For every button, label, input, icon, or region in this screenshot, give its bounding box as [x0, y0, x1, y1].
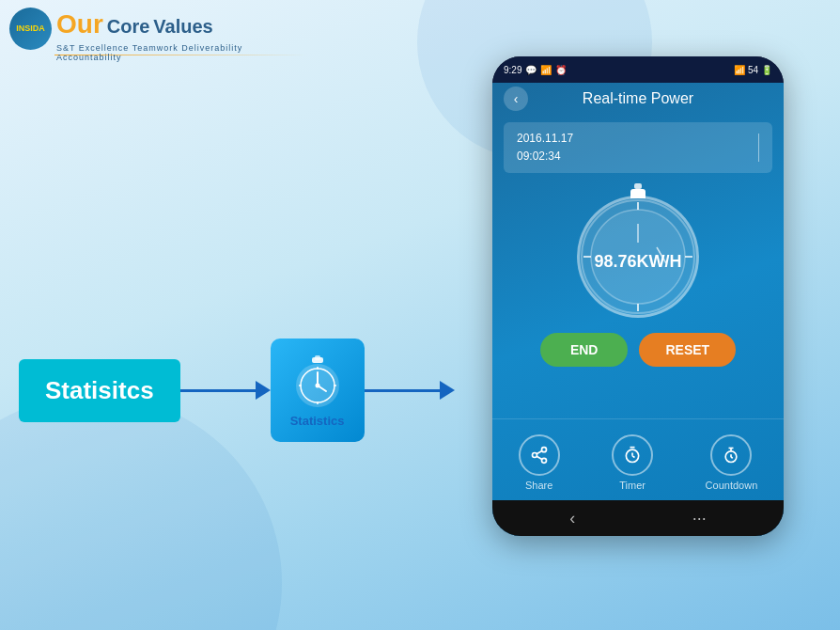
svg-rect-1 — [315, 355, 320, 360]
svg-line-23 — [537, 450, 542, 453]
status-left: 9:29 💬 📶 ⏰ — [504, 65, 567, 75]
date-text: 2016.11.17 — [517, 130, 573, 148]
timer-icon — [623, 446, 642, 465]
battery-icon: 🔋 — [761, 65, 772, 75]
arrow-line-2 — [365, 389, 440, 392]
svg-line-26 — [632, 456, 635, 458]
logo-subtitle: S&T Excellence Teamwork Deliverability A… — [56, 43, 310, 62]
logo-text-main: Our Core Values — [56, 9, 213, 39]
svg-point-20 — [532, 453, 537, 458]
logo-values: Values — [153, 16, 212, 38]
phone-screen-title: Real-time Power — [583, 90, 693, 107]
share-icon-circle — [519, 434, 560, 476]
statistics-icon-label: Statistics — [290, 414, 345, 428]
svg-point-21 — [541, 458, 546, 463]
power-value: 98.76KW/H — [594, 252, 681, 272]
logo-area: INSIDA Our Core Values S&T Excellence Te… — [9, 8, 310, 69]
status-time: 9:29 — [504, 65, 521, 75]
countdown-item[interactable]: Countdown — [706, 434, 758, 491]
back-button[interactable]: ‹ — [504, 87, 528, 111]
logo-our: Our — [56, 9, 103, 39]
timer-item[interactable]: Timer — [612, 434, 653, 491]
stopwatch-circle: 98.76KW/H — [577, 196, 699, 318]
wifi-icon: 📶 — [734, 65, 745, 75]
action-buttons: END RESET — [511, 333, 765, 367]
timer-icon-circle — [612, 434, 653, 476]
signal-icon: 📶 — [540, 65, 552, 75]
stopwatch-icon — [290, 354, 345, 408]
phone-nav-bar: ‹ ··· — [492, 500, 784, 536]
datetime-box: 2016.11.17 09:02:34 — [504, 122, 772, 173]
datetime-text: 2016.11.17 09:02:34 — [517, 130, 573, 165]
logo-badge-text: INSIDA — [16, 24, 45, 34]
arrow-head-1 — [256, 381, 271, 400]
phone-status-bar: 9:29 💬 📶 ⏰ 📶 54 🔋 — [492, 56, 784, 83]
share-label: Share — [525, 480, 552, 491]
svg-point-19 — [541, 448, 546, 452]
statistics-icon-box: Statistics — [271, 339, 365, 442]
share-icon — [530, 446, 549, 465]
phone-mockup: 9:29 💬 📶 ⏰ 📶 54 🔋 ‹ Real-time Power 2016… — [492, 56, 784, 536]
svg-line-22 — [537, 456, 542, 459]
end-button[interactable]: END — [540, 333, 629, 367]
logo-badge: INSIDA — [9, 8, 52, 50]
arrow-2 — [365, 381, 455, 400]
arrow-1 — [180, 381, 271, 400]
arrow-head-2 — [440, 381, 455, 400]
svg-point-6 — [315, 383, 319, 387]
nav-more-button[interactable]: ··· — [692, 509, 707, 528]
status-right: 📶 54 🔋 — [734, 65, 772, 75]
power-display: 98.76KW/H — [492, 196, 784, 318]
nav-back-button[interactable]: ‹ — [569, 509, 575, 528]
reset-button[interactable]: RESET — [639, 333, 736, 367]
phone-top-bar: ‹ Real-time Power — [492, 83, 784, 115]
statistics-label-box: Statisitcs — [19, 359, 180, 422]
countdown-label: Countdown — [706, 480, 758, 491]
timer-label: Timer — [619, 480, 646, 491]
share-item[interactable]: Share — [519, 434, 560, 491]
alarm-icon: ⏰ — [555, 65, 567, 75]
message-icon: 💬 — [525, 65, 537, 75]
datetime-divider — [758, 134, 759, 162]
logo-core: Core — [107, 16, 150, 38]
countdown-icon-circle — [710, 434, 752, 476]
time-text: 09:02:34 — [517, 148, 573, 165]
arrow-line-1 — [180, 389, 256, 392]
countdown-icon — [722, 446, 740, 465]
bottom-icons: Share Timer — [492, 418, 784, 500]
phone-screen: ‹ Real-time Power 2016.11.17 09:02:34 — [492, 83, 784, 536]
battery-text: 54 — [748, 65, 758, 75]
